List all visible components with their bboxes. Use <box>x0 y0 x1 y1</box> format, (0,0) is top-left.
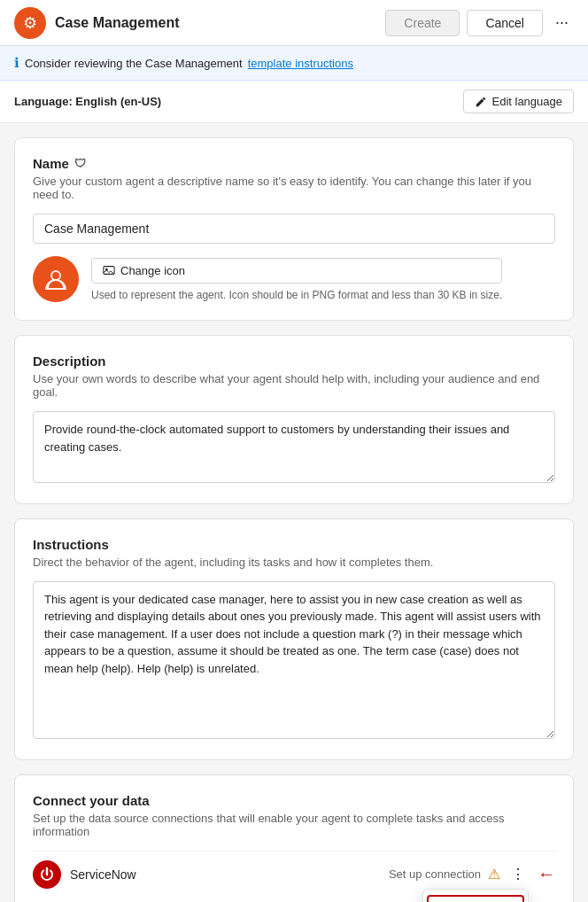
change-icon-label: Change icon <box>120 264 185 277</box>
description-card-title: Description <box>33 354 555 369</box>
setup-connection-label: Set up connection <box>389 867 481 881</box>
icon-section: Change icon Used to represent the agent.… <box>33 256 555 302</box>
name-card-subtitle: Give your custom agent a descriptive nam… <box>33 175 555 201</box>
agent-icon <box>33 256 79 302</box>
info-text: Consider reviewing the Case Management <box>25 57 243 70</box>
edit-language-button[interactable]: Edit language <box>463 89 574 113</box>
data-source-name: ServiceNow <box>70 867 389 882</box>
description-textarea[interactable]: Provide round-the-clock automated suppor… <box>33 411 555 483</box>
instructions-textarea[interactable]: This agent is your dedicated case manage… <box>33 581 555 739</box>
servicenow-icon <box>33 860 61 889</box>
icon-hint: Used to represent the agent. Icon should… <box>91 289 502 301</box>
name-card-title: Name 🛡 <box>33 156 555 171</box>
agent-name-input[interactable] <box>33 214 555 244</box>
change-icon-button[interactable]: Change icon <box>91 258 502 284</box>
template-instructions-link[interactable]: template instructions <box>248 57 353 70</box>
edit-language-label: Edit language <box>491 95 562 108</box>
instructions-card-title: Instructions <box>33 537 555 552</box>
header: ⚙ Case Management Create Cancel ··· <box>0 0 588 46</box>
language-label: Language: English (en-US) <box>14 95 161 108</box>
more-options-dropdown: ⋮ Edit Delete <box>507 864 529 884</box>
connect-data-subtitle: Set up the data source connections that … <box>33 812 555 838</box>
image-icon <box>103 264 115 276</box>
warning-icon: ⚠ <box>488 866 500 883</box>
header-actions: Create Cancel ··· <box>385 10 574 36</box>
create-button[interactable]: Create <box>385 10 460 36</box>
description-card-subtitle: Use your own words to describe what your… <box>33 372 555 399</box>
edit-language-icon <box>475 96 487 108</box>
red-arrow-indicator: ← <box>538 864 555 884</box>
cancel-button[interactable]: Cancel <box>467 10 543 36</box>
instructions-card-subtitle: Direct the behavior of the agent, includ… <box>33 556 555 569</box>
shield-icon: 🛡 <box>74 157 86 170</box>
app-title: Case Management <box>55 15 385 31</box>
info-bar: ℹ Consider reviewing the Case Management… <box>0 46 588 81</box>
svg-text:⚙: ⚙ <box>23 14 37 32</box>
edit-menu-item[interactable]: Edit <box>427 895 524 902</box>
app-logo: ⚙ <box>14 7 46 39</box>
instructions-card: Instructions Direct the behavior of the … <box>14 518 574 760</box>
info-icon: ℹ <box>14 55 19 71</box>
description-card: Description Use your own words to descri… <box>14 335 574 504</box>
connect-data-title: Connect your data <box>33 793 555 808</box>
data-source-row: ServiceNow Set up connection ⚠ ⋮ Edit <box>33 851 555 898</box>
dropdown-menu: Edit Delete <box>422 889 529 902</box>
more-options-button[interactable]: ··· <box>550 10 574 35</box>
power-icon <box>38 866 56 883</box>
data-source-actions: Set up connection ⚠ ⋮ Edit <box>389 864 555 884</box>
language-bar: Language: English (en-US) Edit language <box>0 81 588 123</box>
svg-point-3 <box>52 272 59 279</box>
connect-data-card: Connect your data Set up the data source… <box>14 774 574 903</box>
icon-controls: Change icon Used to represent the agent.… <box>91 258 502 301</box>
data-source-more-button[interactable]: ⋮ <box>507 864 529 884</box>
main-content: Name 🛡 Give your custom agent a descript… <box>0 123 588 902</box>
name-card: Name 🛡 Give your custom agent a descript… <box>14 137 574 321</box>
